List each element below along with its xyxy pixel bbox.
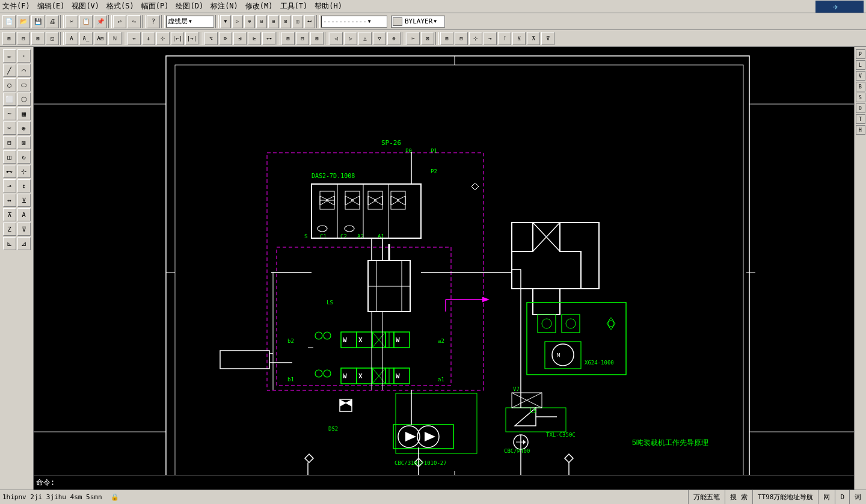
tool-extend[interactable]: ⊕ (17, 121, 31, 135)
menu-tools[interactable]: 工具(T) (280, 1, 308, 11)
color-dropdown-arrow[interactable]: ▼ (434, 19, 437, 24)
tb2-btn-14[interactable]: ⌥ (204, 32, 218, 45)
tb2-btn-24[interactable]: △ (358, 32, 372, 45)
color-combo[interactable]: BYLAYER ▼ (391, 16, 445, 28)
menu-view[interactable]: 视图(V) (72, 1, 99, 11)
tool-fillet[interactable]: ⊸ (3, 179, 16, 192)
tool-text[interactable]: A (17, 208, 31, 221)
right-btn-7[interactable]: T (856, 114, 865, 124)
copy-button[interactable]: 📋 (79, 15, 93, 28)
tb2-btn-10[interactable]: ↕ (142, 32, 155, 45)
tool-circle[interactable]: ○ (3, 78, 16, 91)
tool-arc[interactable]: ⌒ (17, 64, 31, 77)
tool-rotate[interactable]: ↻ (17, 150, 31, 164)
tb2-btn-31[interactable]: ⊹ (469, 32, 482, 45)
tb2-btn-29[interactable]: ⊞ (440, 32, 453, 45)
tool-scale[interactable]: ⊷ (3, 165, 16, 178)
layer-btn-3[interactable]: ⊕ (244, 15, 255, 28)
tool-point[interactable]: · (17, 49, 31, 63)
open-button[interactable]: 📂 (17, 15, 30, 28)
tb2-btn-13[interactable]: |→| (185, 32, 198, 45)
tool-zoom[interactable]: ↔ (3, 194, 16, 207)
tb2-btn-32[interactable]: ⊸ (484, 32, 497, 45)
tb2-btn-19[interactable]: ⊞ (281, 32, 295, 45)
tb2-btn-28[interactable]: ⊠ (421, 32, 434, 45)
cut-button[interactable]: ✂ (65, 15, 78, 28)
save-button[interactable]: 💾 (31, 15, 45, 28)
tool-snap[interactable]: ⊿ (17, 237, 31, 250)
tool-block[interactable]: ⊽ (17, 223, 31, 236)
redo-button[interactable]: ↪ (127, 15, 141, 28)
tool-ellipse[interactable]: ⬭ (17, 78, 31, 91)
tool-insert[interactable]: ⊾ (3, 237, 16, 250)
tb2-btn-18[interactable]: ⊶ (262, 32, 275, 45)
command-input[interactable] (57, 479, 238, 487)
layer-btn-1[interactable]: ▼ (220, 15, 231, 28)
app-logo[interactable]: ✈ (815, 1, 864, 13)
tool-line[interactable]: ╱ (3, 64, 16, 77)
right-btn-1[interactable]: P (856, 49, 865, 59)
search-section[interactable]: 搜 索 (725, 490, 752, 504)
tool-hatch[interactable]: ▦ (17, 107, 31, 120)
print-button[interactable]: 🖨 (46, 15, 59, 28)
linetype-dropdown-arrow[interactable]: ▼ (368, 19, 371, 24)
tb2-btn-23[interactable]: ▷ (344, 32, 357, 45)
layer-dropdown-arrow[interactable]: ▼ (189, 19, 192, 24)
tool-dim[interactable]: ⊼ (3, 208, 16, 221)
right-btn-3[interactable]: V (856, 71, 865, 81)
words-section[interactable]: 词 (849, 490, 866, 504)
tb2-btn-21[interactable]: ⊠ (310, 32, 324, 45)
help-button[interactable]: ? (147, 15, 160, 28)
tb2-btn-33[interactable]: ⊺ (498, 32, 511, 45)
tb2-btn-6[interactable]: A̲ (79, 32, 93, 45)
menu-annotate[interactable]: 标注(N) (210, 1, 238, 11)
linetype-combo[interactable]: ----------- ▼ (321, 16, 387, 28)
tool-rect[interactable]: ⬜ (3, 93, 16, 106)
nav-section[interactable]: TT98万能地址导航 (752, 490, 818, 504)
tb2-btn-25[interactable]: ▽ (373, 32, 386, 45)
right-btn-5[interactable]: S (856, 93, 865, 102)
new-button[interactable]: 📄 (2, 15, 16, 28)
wangneng-section[interactable]: 万能五笔 (688, 490, 725, 504)
right-btn-2[interactable]: L (856, 60, 865, 70)
tb2-btn-15[interactable]: ⌦ (219, 32, 232, 45)
menu-modify[interactable]: 修改(M) (245, 1, 273, 11)
tb2-btn-35[interactable]: ⊼ (527, 32, 540, 45)
tool-spline[interactable]: ~ (3, 107, 16, 120)
tool-chamfer[interactable]: ↕ (17, 179, 31, 192)
tb2-btn-36[interactable]: ⊽ (541, 32, 554, 45)
menu-edit[interactable]: 编辑(E) (37, 1, 65, 11)
tb2-btn-2[interactable]: ⊟ (17, 32, 30, 45)
tb2-btn-5[interactable]: A (65, 32, 78, 45)
undo-button[interactable]: ↩ (113, 15, 126, 28)
tb2-btn-26[interactable]: ⊕ (387, 32, 401, 45)
right-btn-4[interactable]: B (856, 82, 865, 91)
tb2-btn-22[interactable]: ◁ (330, 32, 343, 45)
tb2-btn-20[interactable]: ⊟ (296, 32, 309, 45)
tool-pan[interactable]: ⊻ (17, 194, 31, 207)
tb2-btn-7[interactable]: A⊞ (94, 32, 107, 45)
tb2-btn-1[interactable]: ⊞ (2, 32, 16, 45)
tool-offset[interactable]: ⊟ (3, 136, 16, 149)
menu-draw[interactable]: 绘图(D) (176, 1, 203, 11)
tool-select[interactable]: ✏ (3, 49, 16, 63)
tool-move[interactable]: ⊹ (17, 165, 31, 178)
layer-btn-6[interactable]: ⊠ (280, 15, 291, 28)
net-section[interactable]: 网 (818, 490, 835, 504)
menu-file[interactable]: 文件(F) (2, 1, 30, 11)
layer-btn-5[interactable]: ⊞ (268, 15, 279, 28)
tb2-btn-3[interactable]: ⊠ (31, 32, 45, 45)
right-btn-6[interactable]: O (856, 103, 865, 113)
tb2-btn-17[interactable]: ⊵ (248, 32, 261, 45)
tool-mtext[interactable]: Z (3, 223, 16, 236)
layer-btn-8[interactable]: ⊷ (304, 15, 315, 28)
d-section[interactable]: D (835, 490, 849, 504)
tb2-btn-27[interactable]: ✂ (407, 32, 420, 45)
tb2-btn-11[interactable]: ⊹ (156, 32, 170, 45)
right-btn-8[interactable]: H (856, 125, 865, 135)
menu-page[interactable]: 幅面(P) (141, 1, 169, 11)
tb2-btn-16[interactable]: ⊴ (233, 32, 247, 45)
layer-btn-4[interactable]: ⊟ (256, 15, 267, 28)
menu-format[interactable]: 格式(S) (106, 1, 134, 11)
cad-canvas-area[interactable]: SP-26 P0 P1 P2 DAS2-7D.1008 S C1 C2 A2 A… (34, 47, 854, 490)
